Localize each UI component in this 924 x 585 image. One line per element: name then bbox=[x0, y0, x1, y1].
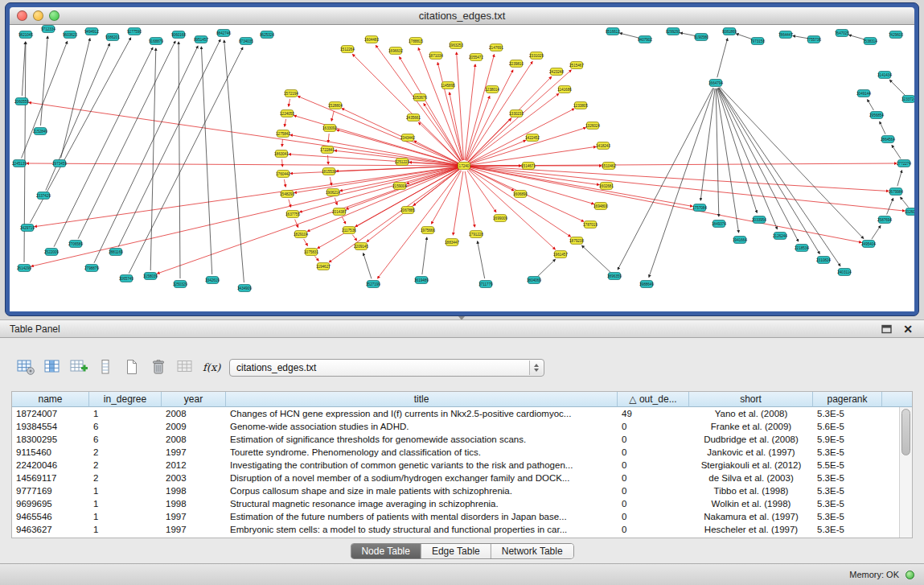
graph-node[interactable]: 2060559 bbox=[14, 98, 29, 105]
float-panel-icon[interactable] bbox=[881, 324, 892, 334]
graph-node[interactable]: 2522009 bbox=[44, 249, 59, 256]
table-row[interactable]: 2242004622012Investigating the contribut… bbox=[12, 459, 899, 472]
scrollbar-thumb[interactable] bbox=[901, 409, 910, 455]
graph-node[interactable]: 3619489 bbox=[414, 277, 429, 284]
table-row[interactable]: 1938455462009Genome-wide association stu… bbox=[12, 420, 899, 433]
graph-node[interactable]: 1194627 bbox=[316, 263, 331, 270]
graph-node[interactable]: 2403114 bbox=[837, 269, 852, 276]
graph-node[interactable]: 1699009 bbox=[493, 215, 507, 222]
graph-node[interactable]: 2798879 bbox=[84, 265, 99, 272]
graph-node[interactable]: 1275842 bbox=[276, 130, 290, 138]
table-mode-icon[interactable] bbox=[14, 356, 37, 377]
graph-node[interactable]: 8299291 bbox=[666, 28, 680, 35]
minimize-window-button[interactable] bbox=[33, 10, 43, 21]
graph-node[interactable]: 1510462 bbox=[602, 163, 616, 170]
graph-node[interactable]: 3158039 bbox=[143, 273, 158, 280]
table-row[interactable]: 946554611997Estimation of the future num… bbox=[12, 510, 899, 523]
table-row[interactable]: 1872400712008Changes of HCN gene express… bbox=[12, 407, 899, 420]
graph-node[interactable]: 8190580 bbox=[694, 34, 708, 41]
graph-node[interactable]: 3896359 bbox=[607, 273, 622, 280]
graph-node[interactable]: 1637755 bbox=[285, 211, 300, 218]
graph-node[interactable]: 8625324 bbox=[260, 31, 274, 39]
graph-node[interactable]: 2956854 bbox=[869, 112, 884, 119]
graph-node[interactable]: 2239810 bbox=[509, 60, 524, 68]
table-row[interactable]: 969969511998Structural magnetic resonanc… bbox=[12, 497, 899, 510]
delete-column-icon[interactable] bbox=[147, 356, 170, 377]
graph-node[interactable]: 2251223 bbox=[395, 159, 409, 166]
graph-node[interactable]: 8516613 bbox=[606, 28, 620, 35]
graph-node[interactable]: 7429603 bbox=[889, 31, 903, 39]
graph-node[interactable]: 1871034 bbox=[429, 52, 443, 60]
graph-node[interactable]: 2343442 bbox=[400, 134, 415, 142]
graph-node[interactable]: 1145895 bbox=[441, 82, 455, 89]
import-table-icon[interactable] bbox=[174, 356, 196, 377]
graph-node[interactable]: 1906214 bbox=[326, 189, 340, 196]
graph-node[interactable]: 3711779 bbox=[478, 281, 493, 288]
graph-node[interactable]: 1788815 bbox=[409, 38, 423, 45]
graph-node[interactable]: 1829104 bbox=[294, 231, 308, 238]
graph-node[interactable]: 1696632 bbox=[388, 47, 403, 55]
tab-edge-table[interactable]: Edge Table bbox=[421, 544, 491, 558]
graph-node[interactable]: 1053676 bbox=[413, 94, 427, 101]
graph-node[interactable]: 1604483 bbox=[364, 36, 379, 43]
graph-node[interactable]: 3141434 bbox=[877, 72, 892, 79]
graph-node[interactable]: 1422452 bbox=[525, 134, 540, 142]
graph-node[interactable]: 1815530 bbox=[322, 168, 336, 175]
table-row[interactable]: 1456911722003Disruption of a novel membe… bbox=[12, 472, 899, 484]
graph-node[interactable]: 9277590 bbox=[127, 28, 142, 35]
window-titlebar[interactable]: citations_edges.txt bbox=[10, 7, 914, 25]
graph-node[interactable]: 1963253 bbox=[449, 42, 463, 49]
column-header-out_de[interactable]: △ out_de... bbox=[618, 392, 689, 407]
table-row[interactable]: 1830029562008Estimation of significance … bbox=[12, 433, 899, 446]
graph-node[interactable]: 7755736 bbox=[807, 36, 821, 43]
graph-node[interactable]: 7647025 bbox=[835, 30, 849, 37]
graph-node[interactable]: 1941664 bbox=[733, 237, 747, 244]
graph-node[interactable]: 2515467 bbox=[569, 62, 584, 69]
graph-node[interactable]: 1961457 bbox=[553, 251, 568, 258]
graph-node[interactable]: 9821045 bbox=[18, 31, 33, 39]
graph-node[interactable]: 1572194 bbox=[284, 90, 298, 97]
graph-node[interactable]: 2679984 bbox=[889, 188, 903, 196]
graph-node[interactable]: 2147691 bbox=[489, 44, 503, 51]
graph-node[interactable]: 2423248 bbox=[549, 68, 564, 76]
graph-node[interactable]: 8407902 bbox=[638, 36, 652, 43]
graph-node[interactable]: 2429719 bbox=[20, 225, 35, 232]
graph-node[interactable]: 8951457 bbox=[194, 36, 208, 43]
close-window-button[interactable] bbox=[17, 10, 27, 21]
graph-node[interactable]: 2881169 bbox=[109, 249, 123, 256]
graph-node[interactable]: 2706589 bbox=[68, 241, 83, 248]
network-canvas[interactable]: 1724015721941224055127584218630411760442… bbox=[10, 25, 914, 311]
graph-node[interactable]: 2337429 bbox=[36, 192, 51, 200]
graph-node[interactable]: 3326014 bbox=[905, 208, 914, 216]
table-source-select[interactable]: citations_edges.txt bbox=[229, 359, 544, 377]
graph-node[interactable]: 2245139 bbox=[12, 160, 27, 167]
create-column-icon[interactable] bbox=[68, 356, 90, 377]
graph-node[interactable]: 2495404 bbox=[861, 241, 876, 248]
graph-node[interactable]: 1602681 bbox=[599, 183, 614, 190]
graph-node[interactable]: 8081869 bbox=[722, 28, 737, 35]
column-header-short[interactable]: short bbox=[689, 392, 813, 407]
graph-node[interactable]: 3988649 bbox=[639, 281, 654, 288]
graph-node[interactable]: 1075831 bbox=[304, 249, 318, 256]
graph-node[interactable]: 2209145 bbox=[354, 243, 368, 250]
graph-node[interactable]: 8734035 bbox=[239, 38, 253, 45]
graph-node[interactable]: 1514671 bbox=[521, 163, 536, 170]
graph-node[interactable]: 2218534 bbox=[795, 245, 809, 252]
graph-node[interactable]: 1760442 bbox=[276, 171, 290, 178]
zoom-window-button[interactable] bbox=[49, 10, 60, 21]
graph-node[interactable]: 7973158 bbox=[750, 38, 765, 45]
tab-network-table[interactable]: Network Table bbox=[491, 544, 573, 558]
graph-node[interactable]: 17240 bbox=[458, 163, 470, 170]
graph-node[interactable]: 2864564 bbox=[881, 136, 895, 143]
row-mode-icon[interactable] bbox=[94, 356, 117, 377]
graph-node[interactable]: 9494912 bbox=[84, 28, 99, 35]
graph-node[interactable]: 1233805 bbox=[573, 102, 588, 109]
graph-node[interactable]: 2435661 bbox=[406, 114, 421, 122]
column-header-pagerank[interactable]: pagerank bbox=[813, 392, 882, 407]
graph-node[interactable]: 2587694 bbox=[877, 216, 892, 224]
graph-node[interactable]: 7538314 bbox=[863, 38, 877, 45]
graph-node[interactable]: 1528804 bbox=[328, 102, 343, 109]
column-header-year[interactable]: year bbox=[162, 392, 226, 407]
graph-node[interactable]: 2152849 bbox=[33, 128, 47, 135]
column-header-title[interactable]: title bbox=[226, 392, 618, 407]
